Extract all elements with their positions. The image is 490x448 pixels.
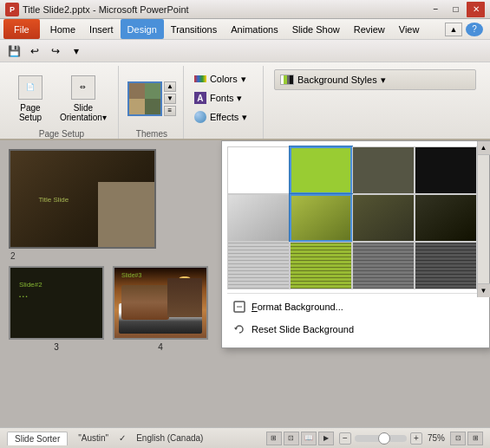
colors-label: Colors <box>210 74 238 84</box>
effects-label: Effects <box>210 112 238 122</box>
slide-area: Title Slide 2 Slide#2 • • • 3 Slide#3 <box>0 140 208 427</box>
zoom-fit-btn[interactable]: ⊞ <box>467 432 483 445</box>
themes-expand[interactable]: ≡ <box>164 106 176 116</box>
current-slide-title: Title Slide <box>38 195 69 203</box>
slide-sorter-tab[interactable]: Slide Sorter <box>7 432 68 445</box>
zoom-slider[interactable] <box>355 435 407 442</box>
bg-swatch-9[interactable] <box>227 242 290 289</box>
background-styles-icon <box>280 75 294 85</box>
menu-bar: File Home Insert Design Transitions Anim… <box>0 19 490 40</box>
background-styles-dropdown: ▲ ▼ Format Background... Reset Slide Bac… <box>221 140 490 348</box>
bg-scroll-down[interactable]: ▼ <box>478 283 490 297</box>
bg-swatch-10[interactable] <box>290 242 352 289</box>
qa-redo[interactable]: ↪ <box>47 42 64 60</box>
menu-review[interactable]: Review <box>347 19 392 39</box>
zoom-plus-button[interactable]: + <box>410 432 422 445</box>
bg-scroll-up[interactable]: ▲ <box>478 141 490 155</box>
bg-swatch-7[interactable] <box>352 194 415 242</box>
slide-number-current: 2 <box>10 251 199 261</box>
format-bg-icon <box>232 300 246 314</box>
fonts-button[interactable]: A Fonts ▾ <box>191 88 258 107</box>
help-button[interactable]: ? <box>466 23 483 36</box>
format-background-button[interactable]: Format Background... <box>227 297 484 316</box>
maximize-button[interactable]: □ <box>447 2 465 17</box>
slide-4-title: Slide#3 <box>121 272 141 278</box>
language-label: English (Canada) <box>136 433 203 443</box>
bg-swatch-2[interactable] <box>290 146 352 194</box>
bg-swatch-4[interactable] <box>415 146 477 194</box>
fonts-label: Fonts <box>210 93 234 103</box>
window-title: Title Slide2.pptx - Microsoft PowerPoint <box>23 4 189 15</box>
themes-scroll-up[interactable]: ▲ <box>164 81 176 92</box>
window-controls: − □ ✕ <box>427 2 485 17</box>
bg-swatch-3[interactable] <box>352 146 415 194</box>
background-styles-arrow: ▾ <box>381 75 386 86</box>
bg-swatch-8[interactable] <box>415 194 477 242</box>
slide-4-container: Slide#3 4 <box>113 266 208 352</box>
close-button[interactable]: ✕ <box>467 2 485 17</box>
main-area: ▲ ▼ Format Background... Reset Slide Bac… <box>0 140 490 427</box>
page-setup-group-label: Page Setup <box>39 129 84 139</box>
qa-save[interactable]: 💾 <box>5 42 23 60</box>
normal-view-btn[interactable]: ⊞ <box>266 432 282 445</box>
background-styles-button[interactable]: Background Styles ▾ <box>274 69 476 90</box>
fonts-icon: A <box>194 92 206 104</box>
themes-group-label: Themes <box>136 129 167 139</box>
slide-3-thumb[interactable]: Slide#2 • • • <box>9 266 104 340</box>
title-bar: P Title Slide2.pptx - Microsoft PowerPoi… <box>0 0 490 19</box>
menu-insert[interactable]: Insert <box>82 19 121 39</box>
slide-3-number: 3 <box>54 342 59 352</box>
menu-design[interactable]: Design <box>121 19 164 39</box>
fit-buttons: ⊡ ⊞ <box>450 432 483 445</box>
slide-3-title: Slide#2 <box>19 281 42 289</box>
slide-3-bullets: • • • <box>19 294 28 299</box>
background-styles-label: Background Styles <box>297 75 377 85</box>
reset-slide-background-button[interactable]: Reset Slide Background <box>227 320 484 339</box>
slide-sorter-btn[interactable]: ⊡ <box>284 432 299 445</box>
bg-swatch-11[interactable] <box>352 242 415 289</box>
bg-swatch-6[interactable] <box>290 194 352 242</box>
bg-row-3 <box>227 242 484 289</box>
bg-row-2 <box>227 194 484 242</box>
bg-swatch-1[interactable] <box>227 146 290 194</box>
zoom-thumb[interactable] <box>378 432 390 445</box>
menu-file[interactable]: File <box>3 19 40 39</box>
menu-home[interactable]: Home <box>43 19 82 39</box>
status-bar: Slide Sorter "Austin" ✓ English (Canada)… <box>0 427 490 448</box>
zoom-level: 75% <box>428 433 445 443</box>
menu-animations[interactable]: Animations <box>224 19 284 39</box>
menu-slideshow[interactable]: Slide Show <box>285 19 347 39</box>
menu-view[interactable]: View <box>392 19 427 39</box>
effects-arrow: ▾ <box>242 112 247 123</box>
help-up-arrow[interactable]: ▲ <box>445 23 462 36</box>
minimize-button[interactable]: − <box>427 2 445 17</box>
title-bar-left: P Title Slide2.pptx - Microsoft PowerPoi… <box>5 3 189 16</box>
current-slide[interactable]: Title Slide <box>9 149 156 249</box>
app-icon: P <box>5 3 19 16</box>
slide-orientation-button[interactable]: ⇔ SlideOrientation▾ <box>54 70 113 126</box>
slide-4-thumb[interactable]: Slide#3 <box>113 266 208 340</box>
theme-tab[interactable]: "Austin" <box>78 433 108 443</box>
qa-more[interactable]: ▾ <box>68 42 85 60</box>
effects-button[interactable]: Effects ▾ <box>191 107 258 127</box>
qa-undo[interactable]: ↩ <box>26 42 43 60</box>
menu-transitions[interactable]: Transitions <box>164 19 224 39</box>
reading-view-btn[interactable]: 📖 <box>301 432 317 445</box>
slide-3-container: Slide#2 • • • 3 <box>9 266 104 352</box>
fit-window-btn[interactable]: ⊡ <box>450 432 466 445</box>
zoom-minus-button[interactable]: − <box>339 432 351 445</box>
bg-actions: Format Background... Reset Slide Backgro… <box>227 293 484 342</box>
slide-4-number: 4 <box>158 342 163 352</box>
colors-arrow: ▾ <box>241 74 246 85</box>
page-setup-button[interactable]: 📄 PageSetup <box>10 70 50 126</box>
svg-marker-2 <box>234 328 238 330</box>
bg-swatch-5[interactable] <box>227 194 290 242</box>
bg-swatch-12[interactable] <box>415 242 477 289</box>
colors-button[interactable]: Colors ▾ <box>191 69 258 88</box>
slide-orientation-label: SlideOrientation▾ <box>60 103 107 122</box>
themes-icon[interactable] <box>127 81 162 116</box>
themes-scroll-down[interactable]: ▼ <box>164 94 176 104</box>
slideshow-btn[interactable]: ▶ <box>318 432 334 445</box>
effects-icon <box>194 111 206 123</box>
zoom-controls: − + 75% <box>339 432 445 445</box>
